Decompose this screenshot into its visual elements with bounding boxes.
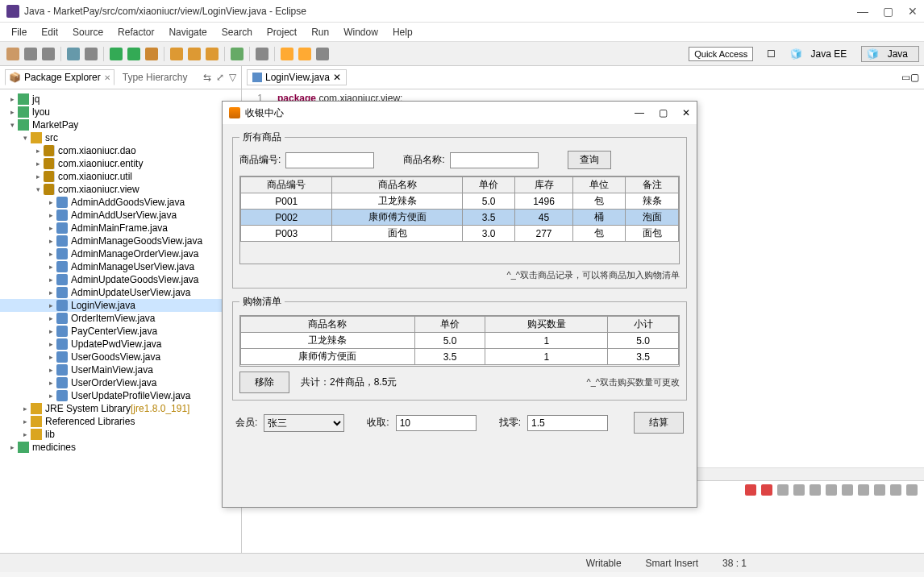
tree-file[interactable]: ▸AdminManageUserView.java bbox=[0, 260, 241, 273]
search-icon[interactable] bbox=[231, 48, 243, 60]
table-header[interactable]: 商品名称 bbox=[241, 317, 415, 333]
quick-access[interactable]: Quick Access bbox=[689, 47, 753, 61]
new-package-icon[interactable] bbox=[170, 48, 183, 60]
table-row[interactable]: P003面包3.0277包面包 bbox=[241, 226, 679, 242]
close-editor-tab-icon[interactable]: ✕ bbox=[333, 72, 341, 83]
menu-help[interactable]: Help bbox=[386, 24, 419, 40]
editor-max-icon[interactable]: ▢ bbox=[910, 72, 919, 83]
dialog-minimize-button[interactable]: — bbox=[635, 107, 644, 118]
menu-file[interactable]: File bbox=[5, 24, 33, 40]
debug-icon[interactable] bbox=[110, 48, 123, 60]
tree-pkg-entity[interactable]: ▸com.xiaoniucr.entity bbox=[0, 157, 241, 170]
console-icon4[interactable] bbox=[826, 484, 837, 496]
open-perspective-icon[interactable]: ☐ bbox=[761, 46, 781, 62]
table-header[interactable]: 商品名称 bbox=[332, 177, 462, 193]
package-tree[interactable]: ▸jq ▸lyou ▾MarketPay ▾src ▸com.xiaoniucr… bbox=[0, 89, 241, 553]
code-input[interactable] bbox=[285, 152, 374, 168]
dialog-maximize-button[interactable]: ▢ bbox=[659, 107, 668, 118]
dialog-close-button[interactable]: ✕ bbox=[682, 107, 690, 118]
tree-file[interactable]: ▸AdminMainFrame.java bbox=[0, 222, 241, 235]
menu-window[interactable]: Window bbox=[337, 24, 385, 40]
tree-pkg-view[interactable]: ▾com.xiaoniucr.view bbox=[0, 183, 241, 196]
tree-file[interactable]: ▸PayCenterView.java bbox=[0, 325, 241, 338]
tree-file[interactable]: ▸AdminUpdateUserView.java bbox=[0, 286, 241, 299]
tree-file[interactable]: ▸AdminAddUserView.java bbox=[0, 209, 241, 222]
new-folder-icon[interactable] bbox=[206, 48, 219, 60]
tree-file[interactable]: ▸UserMainView.java bbox=[0, 363, 241, 376]
link-editor-icon[interactable]: ⤢ bbox=[216, 72, 224, 83]
menu-edit[interactable]: Edit bbox=[35, 24, 65, 40]
coverage-icon[interactable] bbox=[145, 48, 158, 60]
tree-file[interactable]: ▸LoginView.java bbox=[0, 299, 241, 312]
tree-project-jq[interactable]: ▸jq bbox=[0, 93, 241, 106]
menu-source[interactable]: Source bbox=[66, 24, 110, 40]
menu-project[interactable]: Project bbox=[260, 24, 303, 40]
console-icon[interactable] bbox=[777, 484, 789, 496]
toggle-icon[interactable] bbox=[256, 48, 268, 60]
table-header[interactable]: 小计 bbox=[608, 317, 679, 333]
menu-run[interactable]: Run bbox=[305, 24, 335, 40]
console-icon6[interactable] bbox=[858, 484, 869, 496]
back-icon[interactable] bbox=[281, 48, 293, 60]
table-header[interactable]: 单价 bbox=[414, 317, 485, 333]
remove-terminated-icon[interactable] bbox=[761, 484, 772, 496]
tab-package-explorer[interactable]: 📦 Package Explorer ✕ bbox=[5, 69, 114, 85]
view-menu-icon[interactable]: ▽ bbox=[229, 72, 236, 83]
minimize-button[interactable]: — bbox=[857, 5, 868, 18]
tree-reflib[interactable]: ▸Referenced Libraries bbox=[0, 415, 241, 428]
console-icon7[interactable] bbox=[874, 484, 885, 496]
receive-input[interactable] bbox=[396, 415, 477, 431]
table-header[interactable]: 库存 bbox=[515, 177, 572, 193]
run-icon[interactable] bbox=[127, 48, 140, 60]
menu-navigate[interactable]: Navigate bbox=[162, 24, 213, 40]
tree-file[interactable]: ▸OrderItemView.java bbox=[0, 312, 241, 325]
close-tab-icon[interactable]: ✕ bbox=[104, 73, 110, 82]
table-row[interactable]: P002康师傅方便面3.545桶泡面 bbox=[241, 210, 679, 226]
tree-pkg-dao[interactable]: ▸com.xiaoniucr.dao bbox=[0, 144, 241, 157]
query-button[interactable]: 查询 bbox=[568, 151, 611, 169]
save-icon[interactable] bbox=[24, 48, 37, 60]
tree-file[interactable]: ▸UserGoodsView.java bbox=[0, 351, 241, 363]
perspective-javaee[interactable]: 🧊 Java EE bbox=[785, 46, 858, 62]
forward-icon[interactable] bbox=[298, 48, 311, 60]
console-icon2[interactable] bbox=[793, 484, 805, 496]
tree-file[interactable]: ▸AdminManageGoodsView.java bbox=[0, 235, 241, 247]
save-all-icon[interactable] bbox=[42, 48, 55, 60]
open-type-icon[interactable] bbox=[85, 48, 98, 60]
console-icon5[interactable] bbox=[842, 484, 853, 496]
tree-pkg-util[interactable]: ▸com.xiaoniucr.util bbox=[0, 170, 241, 183]
table-row[interactable]: P001卫龙辣条5.01496包辣条 bbox=[241, 193, 679, 210]
nav-icon[interactable] bbox=[316, 48, 329, 60]
console-icon3[interactable] bbox=[810, 484, 821, 496]
settle-button[interactable]: 结算 bbox=[634, 412, 684, 434]
tree-jre[interactable]: ▸JRE System Library [jre1.8.0_191] bbox=[0, 402, 241, 415]
table-row[interactable]: 康师傅方便面3.513.5 bbox=[241, 349, 679, 365]
remove-button[interactable]: 移除 bbox=[239, 372, 289, 393]
tree-file[interactable]: ▸AdminUpdateGoodsView.java bbox=[0, 273, 241, 286]
tab-type-hierarchy[interactable]: Type Hierarchy bbox=[123, 72, 188, 83]
new-icon[interactable] bbox=[6, 48, 19, 60]
new-class-icon[interactable] bbox=[188, 48, 201, 60]
name-input[interactable] bbox=[450, 152, 539, 168]
tree-src[interactable]: ▾src bbox=[0, 131, 241, 144]
member-select[interactable]: 张三 bbox=[264, 414, 344, 432]
tree-file[interactable]: ▸AdminAddGoodsView.java bbox=[0, 196, 241, 209]
tree-project-marketpay[interactable]: ▾MarketPay bbox=[0, 118, 241, 131]
console-max-icon[interactable] bbox=[906, 484, 918, 496]
cart-table-wrap[interactable]: 商品名称单价购买数量小计 卫龙辣条5.015.0康师傅方便面3.513.5 bbox=[239, 315, 680, 367]
table-row[interactable]: 卫龙辣条5.015.0 bbox=[241, 333, 679, 349]
tree-project-lyou[interactable]: ▸lyou bbox=[0, 106, 241, 118]
table-header[interactable]: 单位 bbox=[572, 177, 626, 193]
collapse-all-icon[interactable]: ⇆ bbox=[203, 72, 211, 83]
tree-lib[interactable]: ▸lib bbox=[0, 428, 241, 441]
goods-table-wrap[interactable]: 商品编号商品名称单价库存单位备注 P001卫龙辣条5.01496包辣条P002康… bbox=[239, 176, 680, 264]
table-header[interactable]: 备注 bbox=[626, 177, 679, 193]
menu-refactor[interactable]: Refactor bbox=[111, 24, 160, 40]
build-icon[interactable] bbox=[67, 48, 80, 60]
editor-min-icon[interactable]: ▭ bbox=[901, 72, 910, 83]
editor-tab-loginview[interactable]: LoginView.java ✕ bbox=[247, 69, 347, 85]
table-header[interactable]: 商品编号 bbox=[241, 177, 332, 193]
tree-file[interactable]: ▸UserOrderView.java bbox=[0, 376, 241, 389]
menu-search[interactable]: Search bbox=[215, 24, 259, 40]
terminate-icon[interactable] bbox=[745, 484, 756, 496]
